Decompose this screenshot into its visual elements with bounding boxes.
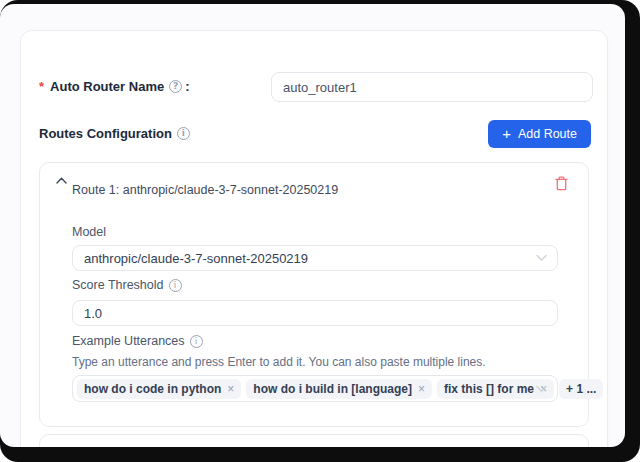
add-route-button[interactable]: + Add Route [488,120,591,148]
label-colon: : [185,79,189,94]
tag-close-icon[interactable]: × [418,383,425,395]
collapse-route-1-chevron-up-icon[interactable] [53,173,69,187]
device-frame: * Auto Router Name ? : Routes Configurat… [0,0,640,462]
plus-icon: + [502,126,511,141]
example-utterances-label-text: Example Utterances [72,334,185,348]
question-circle-icon[interactable]: ? [169,80,182,93]
auto-router-name-label: * Auto Router Name ? : [39,79,190,94]
utterance-tag-text: how do i code in python [84,382,221,396]
app-screen: * Auto Router Name ? : Routes Configurat… [0,4,625,447]
routes-configuration-label: Routes Configuration i [39,126,190,141]
auto-router-form-card: * Auto Router Name ? : Routes Configurat… [20,30,608,447]
model-label: Model [72,225,106,239]
score-threshold-label-text: Score Threshold [72,278,164,292]
utterance-tag: how do i code in python × [77,379,241,399]
score-threshold-input[interactable] [72,300,558,326]
route-2-panel: Route 2: azure_ai/gpt-4o [39,434,589,447]
required-asterisk: * [39,79,44,94]
info-circle-icon[interactable]: i [177,127,190,140]
tag-close-icon[interactable]: × [227,383,234,395]
utterance-tag-text: fix this [] for me [444,382,534,396]
info-circle-icon[interactable]: i [169,279,182,292]
info-circle-icon[interactable]: i [190,335,203,348]
chevron-down-icon [536,255,547,262]
route-1-title: Route 1: anthropic/claude-3-7-sonnet-202… [72,183,338,197]
routes-configuration-label-text: Routes Configuration [39,126,172,141]
chevron-down-icon [536,385,547,392]
auto-router-name-label-text: Auto Router Name [50,79,164,94]
example-utterances-label: Example Utterances i [72,334,203,348]
auto-router-name-input[interactable] [271,72,593,102]
utterances-tags-input[interactable]: how do i code in python × how do i build… [72,375,558,402]
model-select-value: anthropic/claude-3-7-sonnet-20250219 [84,251,308,266]
utterance-tag: how do i build in [language] × [246,379,432,399]
add-route-button-label: Add Route [518,127,577,141]
utterance-tag-text: how do i build in [language] [253,382,412,396]
route-1-panel: Route 1: anthropic/claude-3-7-sonnet-202… [39,162,589,427]
utterances-help-text: Type an utterance and press Enter to add… [72,355,486,369]
delete-route-1-trash-icon[interactable] [552,174,570,192]
model-select[interactable]: anthropic/claude-3-7-sonnet-20250219 [72,245,558,271]
overflow-count-tag[interactable]: + 1 ... [559,379,603,399]
score-threshold-label: Score Threshold i [72,278,182,292]
overflow-count-tag-text: + 1 ... [566,382,596,396]
